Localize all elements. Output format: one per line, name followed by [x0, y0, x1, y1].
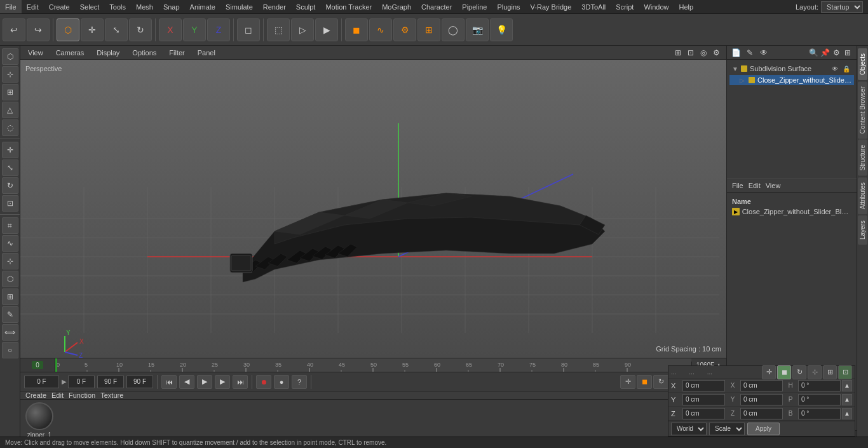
menu-character[interactable]: Character [416, 0, 457, 13]
material-item-0[interactable]: zipper_1 [25, 402, 53, 438]
coord-z-pos[interactable] [682, 408, 725, 419]
light-button[interactable]: 💡 [490, 18, 513, 41]
tab-layers[interactable]: Layers [858, 215, 867, 245]
y-axis-button[interactable]: Y [183, 18, 206, 41]
tree-item-subdivision-surface[interactable]: ▼ Subdivision Surface 👁 🔒 [729, 62, 854, 75]
tab-attributes[interactable]: Attributes [858, 177, 867, 214]
viewport-solo-icon[interactable]: ◎ [698, 48, 709, 58]
step-forward-button[interactable]: ▶ [215, 375, 230, 389]
tab-structure[interactable]: Structure [858, 140, 867, 176]
coord-h-pos[interactable] [798, 380, 841, 391]
nurbs-button[interactable]: ⚙ [393, 18, 416, 41]
menu-select[interactable]: Select [75, 0, 105, 13]
move-tool-button[interactable]: ✛ [81, 18, 104, 41]
menu-create[interactable]: Create [44, 0, 75, 13]
select-tool-button[interactable]: ⬡ [57, 18, 79, 41]
timeline-track[interactable]: 0 5 10 15 20 25 30 35 [55, 358, 691, 372]
objects-tree[interactable]: ▼ Subdivision Surface 👁 🔒 ▷ Close_Zipper… [727, 60, 857, 174]
sidebar-bridge[interactable]: ∿ [2, 235, 18, 252]
tab-content-browser[interactable]: Content Browser [858, 81, 867, 139]
attr-item-0[interactable]: ▶ Close_Zipper_without_Slider_Blac... [729, 207, 854, 217]
coords-snap-btn[interactable]: ⊹ [808, 365, 822, 379]
coord-y2-pos[interactable] [740, 394, 783, 405]
sidebar-knife[interactable]: ⌗ [2, 217, 18, 234]
material-thumbnail-0[interactable] [25, 402, 53, 430]
viewport-menu-view[interactable]: View [25, 49, 46, 57]
viewport-menu-options[interactable]: Options [130, 49, 159, 57]
viewport-menu-panel[interactable]: Panel [195, 49, 218, 57]
world-select[interactable]: World [671, 423, 707, 435]
goto-end-button[interactable]: ⏭ [233, 375, 248, 389]
scale-select[interactable]: Scale [709, 423, 745, 435]
sidebar-lasso[interactable]: ◌ [2, 119, 18, 136]
render-view-button[interactable]: ▷ [291, 18, 314, 41]
objects-edit-icon[interactable]: ✎ [745, 48, 755, 58]
end-frame-input[interactable] [97, 376, 124, 388]
coord-x2-pos[interactable] [740, 380, 783, 391]
menu-help[interactable]: Help [674, 0, 699, 13]
deformer-button[interactable]: ⊞ [417, 18, 440, 41]
menu-mograph[interactable]: MoGraph [377, 0, 416, 13]
cube-button[interactable]: ◼ [345, 18, 368, 41]
viewport-menu-filter[interactable]: Filter [166, 49, 187, 57]
coords-rotate-btn[interactable]: ↻ [792, 365, 806, 379]
menu-sculpt[interactable]: Sculpt [291, 0, 321, 13]
menu-window[interactable]: Window [639, 0, 674, 13]
coord-z2-pos[interactable] [740, 408, 783, 419]
rotate-tool-button[interactable]: ↻ [129, 18, 152, 41]
3d-viewport[interactable]: X Y Z Perspective Grid Spacing : 10 cm [20, 60, 726, 358]
mat-edit[interactable]: Edit [51, 391, 64, 399]
coords-view-btn[interactable]: ⊡ [838, 365, 852, 379]
menu-simulate[interactable]: Simulate [220, 0, 258, 13]
coord-b-pos[interactable] [798, 408, 841, 419]
timeline-ruler[interactable]: 0 0 5 10 15 [20, 358, 726, 372]
menu-tools[interactable]: Tools [104, 0, 131, 13]
attr-file[interactable]: File [732, 182, 743, 189]
mat-function[interactable]: Function [69, 391, 95, 399]
apply-button[interactable]: Apply [747, 423, 780, 435]
sidebar-move[interactable]: ✛ [2, 142, 18, 158]
coord-z-arrow[interactable]: ▲ [842, 408, 852, 419]
sidebar-mirror[interactable]: ⟺ [2, 324, 18, 341]
objects-view-icon[interactable]: 👁 [759, 48, 769, 58]
layout-select[interactable]: Startup [821, 1, 863, 13]
viewport-menu-cameras[interactable]: Cameras [53, 49, 87, 57]
render-button[interactable]: ▶ [315, 18, 338, 41]
sidebar-polygon[interactable]: △ [2, 102, 18, 118]
menu-3dtoall[interactable]: 3DToAll [576, 0, 611, 13]
menu-edit[interactable]: Edit [22, 0, 44, 13]
coord-x-arrow[interactable]: ▲ [842, 380, 852, 391]
menu-plugins[interactable]: Plugins [492, 0, 525, 13]
x-axis-button[interactable]: X [159, 18, 182, 41]
attr-edit[interactable]: Edit [749, 182, 761, 189]
tab-objects[interactable]: Objects [858, 48, 867, 80]
sidebar-scale[interactable]: ⤡ [2, 160, 18, 176]
tree-item-zipper[interactable]: ▷ Close_Zipper_without_Slider_Bla... [729, 75, 854, 85]
object-mode-button[interactable]: ◻ [237, 18, 260, 41]
sidebar-transform[interactable]: ⊡ [2, 195, 18, 212]
redo-button[interactable]: ↪ [27, 18, 50, 41]
menu-vray[interactable]: V-Ray Bridge [526, 0, 577, 13]
sidebar-poly-pen[interactable]: ✎ [2, 306, 18, 323]
mat-texture[interactable]: Texture [100, 391, 123, 399]
mat-create[interactable]: Create [25, 391, 46, 399]
sidebar-brush[interactable]: ○ [2, 342, 18, 358]
end-frame-input-2[interactable] [126, 376, 153, 388]
menu-motion-tracker[interactable]: Motion Tracker [320, 0, 377, 13]
sidebar-bevel[interactable]: ⬡ [2, 271, 18, 287]
viewport-maximize-icon[interactable]: ⊞ [673, 48, 683, 58]
objects-file-icon[interactable]: 📄 [731, 48, 741, 58]
spline-button[interactable]: ∿ [369, 18, 392, 41]
play-button[interactable]: ▶ [197, 375, 212, 389]
menu-file[interactable]: File [0, 0, 22, 13]
coords-move-btn[interactable]: ✛ [762, 365, 776, 379]
environment-button[interactable]: ◯ [442, 18, 465, 41]
sidebar-rotate[interactable]: ↻ [2, 177, 18, 194]
scale-tool-button[interactable]: ⤡ [105, 18, 128, 41]
obj-search-icon[interactable]: 🔍 [808, 48, 818, 58]
coord-x-pos[interactable] [682, 380, 725, 391]
goto-start-button[interactable]: ⏮ [161, 375, 177, 389]
sidebar-selection-tool[interactable]: ⬡ [2, 48, 18, 65]
help-button[interactable]: ? [292, 375, 307, 389]
menu-render[interactable]: Render [258, 0, 291, 13]
